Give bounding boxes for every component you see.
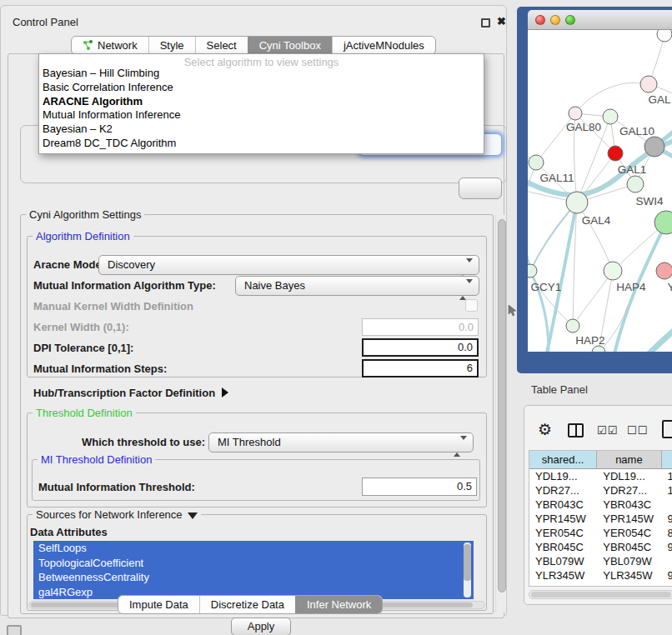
- network-node[interactable]: [627, 176, 644, 192]
- table-row[interactable]: YBR045CYBR045C9.: [529, 540, 672, 554]
- network-node[interactable]: [657, 30, 672, 42]
- which-threshold-combobox[interactable]: MI Threshold: [208, 432, 474, 452]
- node-table[interactable]: shared...nameAYDL19...YDL19...13YDR27...…: [529, 450, 672, 587]
- attribute-item-betweennesscentrality[interactable]: BetweennessCentrality: [33, 570, 474, 585]
- table-row[interactable]: YBL079WYBL079W: [529, 554, 672, 568]
- minimize-light-icon[interactable]: [550, 15, 560, 25]
- apply-button[interactable]: Apply: [231, 618, 291, 635]
- network-node[interactable]: [640, 76, 657, 92]
- node-label-gcy1: GCY1: [531, 281, 562, 293]
- table-row[interactable]: YPR145WYPR145W9.: [529, 512, 672, 526]
- network-edge[interactable]: [575, 82, 649, 113]
- deselect-all-icon[interactable]: ☐☐: [627, 424, 648, 437]
- network-node[interactable]: [656, 262, 672, 279]
- close-light-icon[interactable]: [535, 15, 545, 25]
- dpi-tolerance-field[interactable]: 0.0: [362, 338, 479, 357]
- columns-icon[interactable]: [568, 423, 584, 438]
- network-edge[interactable]: [577, 202, 613, 271]
- table-header-row: shared...nameA: [529, 451, 672, 469]
- zoom-light-icon[interactable]: [565, 15, 575, 25]
- tab-infer-network[interactable]: Infer Network: [295, 596, 382, 613]
- tab-jactivemnodules-label: jActiveMNodules: [344, 39, 424, 52]
- table-cell: 9.: [662, 512, 672, 526]
- tab-jactivemnodules[interactable]: jActiveMNodules: [332, 37, 435, 54]
- float-window-icon[interactable]: [481, 18, 490, 28]
- mi-steps-field[interactable]: 6: [362, 359, 479, 378]
- table-row[interactable]: YLR345WYLR345W9.: [529, 568, 672, 582]
- network-edge[interactable]: [573, 271, 613, 326]
- close-icon[interactable]: ✖: [497, 15, 506, 28]
- algorithm-definition-title: Algorithm Definition: [33, 230, 133, 242]
- network-node[interactable]: [644, 137, 664, 157]
- network-edge[interactable]: [659, 113, 672, 142]
- algorithm-option-bayesian-k2[interactable]: Bayesian – K2: [39, 122, 484, 137]
- table-horizontal-scrollbar[interactable]: [529, 590, 672, 599]
- mi-algorithm-type-value: Naive Bayes: [244, 279, 305, 292]
- network-node[interactable]: [604, 262, 622, 280]
- table-panel-title: Table Panel: [531, 383, 588, 396]
- table-row[interactable]: YDR27...YDR27...12: [529, 483, 672, 498]
- aracne-mode-combobox[interactable]: Discovery: [98, 255, 479, 275]
- tab-cyni-toolbox[interactable]: Cyni Toolbox: [248, 37, 332, 54]
- algorithm-option-bayesian-hill-climbing[interactable]: Bayesian – Hill Climbing: [39, 67, 484, 81]
- mi-algorithm-type-combobox[interactable]: Naive Bayes: [235, 276, 479, 296]
- table-cell: 9.: [662, 540, 672, 554]
- attributes-vertical-scrollbar[interactable]: [464, 542, 471, 598]
- network-node[interactable]: [528, 264, 537, 278]
- attribute-item-selfloops[interactable]: SelfLoops: [33, 541, 474, 556]
- network-node[interactable]: [569, 107, 582, 120]
- network-node[interactable]: [566, 319, 579, 332]
- node-label-gal4: GAL4: [582, 214, 611, 227]
- tab-impute-data-label: Impute Data: [129, 598, 188, 611]
- network-node[interactable]: [608, 146, 623, 161]
- hidden-button[interactable]: [459, 178, 502, 199]
- gear-icon[interactable]: ⚙: [538, 420, 552, 439]
- collapsed-panel-icon[interactable]: [7, 625, 22, 635]
- network-edge[interactable]: [636, 313, 672, 352]
- control-panel-window: Control Panel ✖ Cyni Algorithm Settings …: [0, 5, 507, 616]
- document-icon[interactable]: [662, 420, 672, 438]
- network-node[interactable]: [566, 192, 588, 213]
- network-canvas[interactable]: GALGAL80GAL10GAL1GAL11SWI4GAL4GCY1HAP4YH…: [528, 30, 672, 352]
- network-node[interactable]: [529, 155, 544, 170]
- network-window-titlebar[interactable]: [528, 10, 672, 30]
- column-header-a[interactable]: A: [662, 451, 672, 468]
- network-edge[interactable]: [530, 271, 573, 326]
- column-header-shared[interactable]: shared...: [529, 451, 597, 468]
- settings-vertical-scrollbar[interactable]: [495, 215, 506, 612]
- node-label-y: Y: [667, 281, 672, 293]
- tab-select[interactable]: Select: [195, 37, 248, 54]
- combo-arrows-icon: [459, 281, 473, 299]
- network-node[interactable]: [603, 109, 618, 124]
- network-graph[interactable]: GALGAL80GAL10GAL1GAL11SWI4GAL4GCY1HAP4YH…: [528, 30, 672, 352]
- node-label-hap2: HAP2: [575, 334, 604, 347]
- mi-threshold-field[interactable]: 0.5: [362, 478, 477, 496]
- hub-definition-label: Hub/Transcription Factor Definition: [33, 387, 215, 399]
- algorithm-option-dream8-dc-tdc-algorithm[interactable]: Dream8 DC_TDC Algorithm: [39, 137, 484, 151]
- scrollbar-thumb[interactable]: [464, 544, 471, 581]
- scrollbar-thumb[interactable]: [498, 219, 506, 592]
- data-attributes-list[interactable]: SelfLoopsTopologicalCoefficientBetweenne…: [33, 541, 474, 599]
- node-label-swi4: SWI4: [635, 195, 663, 208]
- algorithm-option-basic-correlation-inference[interactable]: Basic Correlation Inference: [39, 81, 484, 95]
- table-row[interactable]: YDL19...YDL19...13: [529, 469, 672, 483]
- tab-impute-data[interactable]: Impute Data: [118, 596, 199, 613]
- algorithm-option-aracne-algorithm[interactable]: ARACNE Algorithm: [39, 95, 484, 109]
- table-row[interactable]: YBR043CYBR043C: [529, 498, 672, 512]
- table-cell: YPR145W: [529, 512, 597, 526]
- manual-kernel-width-checkbox[interactable]: [465, 299, 478, 312]
- table-row[interactable]: YIL052CYIL052C0.: [529, 582, 672, 587]
- hub-definition-expander[interactable]: Hub/Transcription Factor Definition: [33, 387, 228, 399]
- tab-discretize-data[interactable]: Discretize Data: [199, 596, 295, 613]
- table-cell: 8.: [662, 526, 672, 540]
- scrollbar-thumb[interactable]: [531, 592, 671, 598]
- tab-style[interactable]: Style: [148, 37, 195, 54]
- table-row[interactable]: YER054CYER054C8.: [529, 526, 672, 540]
- attribute-item-topologicalcoefficient[interactable]: TopologicalCoefficient: [33, 556, 474, 571]
- kernel-width-field[interactable]: 0.0: [362, 318, 479, 336]
- select-all-icon[interactable]: ☑☑: [597, 424, 618, 437]
- tab-network[interactable]: Network: [72, 37, 148, 54]
- sources-title[interactable]: Sources for Network Inference: [33, 508, 201, 521]
- column-header-name[interactable]: name: [597, 451, 661, 468]
- algorithm-option-mutual-information-inference[interactable]: Mutual Information Inference: [39, 108, 484, 122]
